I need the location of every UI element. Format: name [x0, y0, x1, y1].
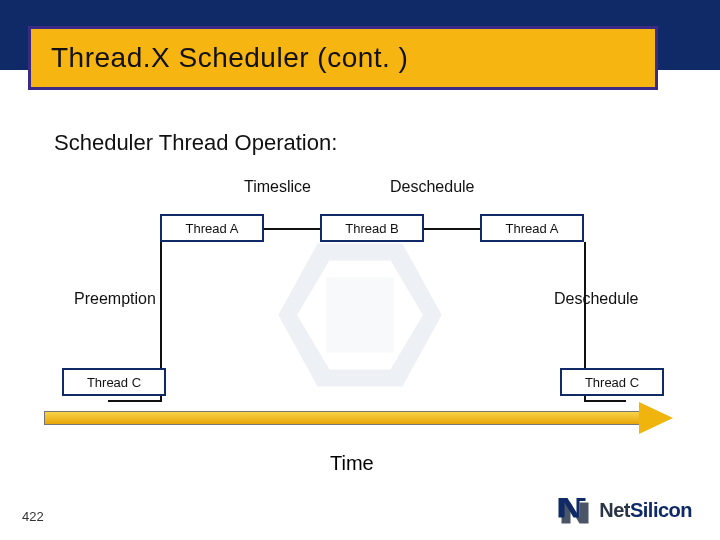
connector	[108, 400, 162, 402]
label-preemption: Preemption	[74, 290, 156, 308]
svg-marker-2	[326, 278, 394, 353]
box-thread-b-label: Thread B	[345, 221, 398, 236]
connector	[424, 228, 480, 230]
logo-text-silicon: Silicon	[630, 499, 692, 521]
section-heading: Scheduler Thread Operation:	[54, 130, 337, 156]
connector	[584, 400, 626, 402]
slide-title: Thread.X Scheduler (cont. )	[51, 42, 408, 74]
connector	[264, 228, 320, 230]
box-thread-c-left: Thread C	[62, 368, 166, 396]
netsilicon-logo-icon	[557, 494, 593, 526]
title-bar: Thread.X Scheduler (cont. )	[28, 26, 658, 90]
box-thread-a-2: Thread A	[480, 214, 584, 242]
watermark-hexagon-icon	[270, 230, 450, 400]
timeline-arrow-head-icon	[639, 402, 673, 434]
timeline-label: Time	[330, 452, 374, 475]
box-thread-c-right-label: Thread C	[585, 375, 639, 390]
label-deschedule-right: Deschedule	[554, 290, 639, 308]
footer-logo: NetSilicon	[557, 494, 692, 526]
box-thread-b: Thread B	[320, 214, 424, 242]
label-timeslice: Timeslice	[244, 178, 311, 196]
slide-number: 422	[22, 509, 44, 524]
box-thread-a-2-label: Thread A	[506, 221, 559, 236]
logo-text: NetSilicon	[599, 499, 692, 522]
box-thread-a-1: Thread A	[160, 214, 264, 242]
label-deschedule-top: Deschedule	[390, 178, 475, 196]
logo-text-net: Net	[599, 499, 630, 521]
box-thread-c-left-label: Thread C	[87, 375, 141, 390]
timeline-arrow-body	[44, 411, 640, 425]
box-thread-c-right: Thread C	[560, 368, 664, 396]
box-thread-a-1-label: Thread A	[186, 221, 239, 236]
